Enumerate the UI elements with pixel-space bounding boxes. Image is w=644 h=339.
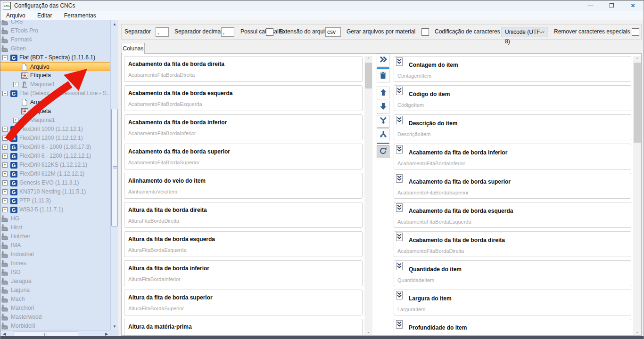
menu-arquivo[interactable]: Arquivo xyxy=(6,11,25,20)
tree-item-marchiori[interactable]: Marchiori xyxy=(0,304,110,313)
tree-item-flat-bdt-spectra-1-11-6-1[interactable]: −GFlat (BDT - Spectra) (1.11.6.1) xyxy=(0,53,110,62)
move-down-button[interactable] xyxy=(377,101,389,113)
remove-special-checkbox[interactable] xyxy=(632,28,639,36)
scroll-up-chevron-icon[interactable]: ⌃ xyxy=(633,56,641,63)
menu-ferramentas[interactable]: Ferramentas xyxy=(64,11,96,20)
available-column-alinhamento-do-veio-do-item[interactable]: Alinhamento do veio do itemAlinhamentoVe… xyxy=(124,173,363,199)
tree-item-arquivo[interactable]: Arquivo xyxy=(0,98,110,107)
expand-plus-icon[interactable]: + xyxy=(2,127,8,132)
tree-item-genesis-evo-1-11-3-1[interactable]: +GGenesis EVO (1.11.3.1) xyxy=(0,178,110,187)
selected-column-largura-do-item[interactable]: Largura do itemLarguraItem xyxy=(394,290,631,315)
tree-item-laguna[interactable]: Laguna xyxy=(0,286,110,295)
tree-item-wibj-5-1-11-7-1[interactable]: +GWIBJ-5 (1.11.7.1) xyxy=(0,205,110,214)
files-per-material-checkbox[interactable] xyxy=(421,28,429,36)
scroll-up-arrow-icon[interactable]: ▲ xyxy=(111,20,118,28)
merge-button[interactable] xyxy=(377,115,389,128)
tree-item-jaragua[interactable]: Jaragua xyxy=(0,277,110,286)
tree-item-crs[interactable]: CRS xyxy=(0,20,110,26)
available-column-acabamento-da-fita-de-borda-direita[interactable]: Acabamento da fita de borda direitaAcaba… xyxy=(124,56,363,82)
split-button[interactable] xyxy=(377,129,389,141)
selected-column-acabamento-da-fita-de-borda-inferior[interactable]: Acabamento da fita de borda inferiorAcab… xyxy=(394,144,631,170)
tree-item-flexdrill-612ks-1-12-12-1[interactable]: +GFlexDrill 612KS (1.12.12.1) xyxy=(0,161,110,170)
selected-column-contagem-do-item[interactable]: Contagem do itemContagemItem xyxy=(394,56,631,82)
expand-plus-icon[interactable]: + xyxy=(2,198,8,203)
encoding-dropdown[interactable]: Unicode (UTF-8) ˅ xyxy=(502,27,547,37)
tree-item-etiqueta[interactable]: Etiqueta xyxy=(0,107,110,116)
available-column-altura-da-fita-de-borda-direita[interactable]: Altura da fita de borda direitaAlturaFit… xyxy=(124,202,363,228)
tab-colunas[interactable]: Colunas xyxy=(122,43,145,54)
scroll-down-chevron-icon[interactable]: ⌄ xyxy=(633,328,641,335)
tree-item-mach[interactable]: Mach xyxy=(0,295,110,304)
selected-scroll-thumb[interactable] xyxy=(634,63,641,143)
expand-plus-icon[interactable]: + xyxy=(13,82,18,87)
expand-plus-icon[interactable]: + xyxy=(2,189,8,194)
selected-column-descri-o-do-item[interactable]: Descrição do itemDescriçãoItem xyxy=(394,114,631,140)
move-up-button[interactable] xyxy=(377,87,389,99)
expand-plus-icon[interactable]: + xyxy=(13,118,18,123)
selected-column-quantidade-do-item[interactable]: Quantidade do itemQuantidadeItem xyxy=(394,260,631,286)
close-button[interactable]: ✕ xyxy=(622,0,644,11)
available-column-altura-da-fita-de-borda-inferior[interactable]: Altura da fita de borda inferiorAlturaFi… xyxy=(124,260,363,286)
tree-item-maquina1[interactable]: +Maquina1 xyxy=(0,80,110,89)
tree-item-holzher[interactable]: Holzher xyxy=(0,232,110,241)
sidebar-vscroll-thumb[interactable] xyxy=(111,109,118,226)
delete-button[interactable] xyxy=(377,70,389,82)
expand-plus-icon[interactable]: + xyxy=(2,207,8,212)
tree-item-maquina1[interactable]: +Maquina1 xyxy=(0,116,110,125)
selected-column-c-digo-do-item[interactable]: Código do itemCódigoItem xyxy=(394,85,631,111)
tree-item-kn3710-nesting-1-11-5-1[interactable]: +GKN3710 Nesting (1.11.5.1) xyxy=(0,187,110,196)
available-column-altura-da-mat-ria-prima[interactable]: Altura da matéria-prima xyxy=(124,319,363,336)
selected-column-acabamento-da-fita-de-borda-esquerda[interactable]: Acabamento da fita de borda esquerdaAcab… xyxy=(394,202,631,228)
scroll-up-chevron-icon[interactable]: ⌃ xyxy=(364,56,372,63)
available-column-altura-da-fita-de-borda-esquerda[interactable]: Altura da fita de borda esquerdaAlturaFi… xyxy=(124,231,363,257)
tree-item-flexdrill-1200-1-12-12-1[interactable]: +GFlexDrill 1200 (1.12.12.1) xyxy=(0,134,110,143)
tree-item-ima[interactable]: IMA xyxy=(0,241,110,250)
available-column-altura-da-fita-de-borda-superior[interactable]: Altura da fita de borda superiorAlturaFi… xyxy=(124,290,363,315)
has-header-checkbox[interactable] xyxy=(266,28,273,36)
available-list-scrollbar[interactable]: ⌃ ⌄ xyxy=(364,56,372,335)
expand-plus-icon[interactable]: + xyxy=(2,145,8,150)
tree-item-inmes[interactable]: Inmes xyxy=(0,259,110,268)
tree-item-flexdrill-612m-1-12-12-1[interactable]: +GFlexDrill 612M (1.12.12.1) xyxy=(0,170,110,178)
selected-list-scrollbar[interactable]: ⌃ ⌄ xyxy=(633,56,641,335)
expand-plus-icon[interactable]: + xyxy=(2,162,8,168)
collapse-minus-icon[interactable]: − xyxy=(2,91,8,96)
tree-item-format4[interactable]: Format4 xyxy=(0,35,110,44)
tree-item-industrial[interactable]: Industrial xyxy=(0,250,110,259)
available-scroll-thumb[interactable] xyxy=(365,63,372,89)
tree-item-flat-selexx-professional-line-s[interactable]: −GFlat (Selexx - Professional Line - S..… xyxy=(0,89,110,98)
expand-plus-icon[interactable]: + xyxy=(2,153,8,159)
scroll-down-chevron-icon[interactable]: ⌄ xyxy=(364,328,372,335)
refresh-button[interactable] xyxy=(377,145,389,158)
restore-button[interactable]: ❐ xyxy=(601,0,622,11)
menu-editar[interactable]: Editar xyxy=(37,11,52,20)
scroll-down-arrow-icon[interactable]: ▼ xyxy=(111,323,118,330)
tree-item-iso[interactable]: ISO xyxy=(0,268,110,277)
tree-item-hg[interactable]: HG xyxy=(0,214,110,223)
selected-column-profundidade-do-item[interactable]: Profundidade do item xyxy=(394,319,631,336)
tree-item-morbidelli[interactable]: Morbidelli xyxy=(0,322,110,330)
tree-item-masterwood[interactable]: Masterwood xyxy=(0,313,110,322)
tree-item-ptp-1-11-3[interactable]: +GPTP (1.11.3) xyxy=(0,196,110,205)
tree-item-etiqueta[interactable]: Etiqueta xyxy=(0,71,110,80)
sidebar-vertical-scrollbar[interactable]: ▲ ▼ xyxy=(110,20,118,330)
file-extension-input[interactable] xyxy=(325,27,341,37)
tree-item-etools-pro[interactable]: ETools Pro xyxy=(0,26,110,35)
tree-item-arquivo[interactable]: Arquivo xyxy=(0,62,110,71)
tree-item-giben[interactable]: Giben xyxy=(0,44,110,53)
tree-item-flexdrill-1000-1-12-12-1[interactable]: +GFlexDrill 1000 (1.12.12.1) xyxy=(0,125,110,134)
separator-input[interactable] xyxy=(156,27,169,37)
expand-plus-icon[interactable]: + xyxy=(2,136,8,141)
selected-column-acabamento-da-fita-de-borda-direita[interactable]: Acabamento da fita de borda direitaAcaba… xyxy=(394,231,631,257)
expand-plus-icon[interactable]: + xyxy=(2,180,8,186)
decimal-separator-input[interactable] xyxy=(221,27,234,37)
selected-column-acabamento-da-fita-de-borda-superior[interactable]: Acabamento da fita de borda superiorAcab… xyxy=(394,173,631,199)
collapse-minus-icon[interactable]: − xyxy=(2,55,8,60)
tree-item-flexdrill-6-1200-1-12-12-1[interactable]: +GFlexDrill 6 - 1200 (1.12.12.1) xyxy=(0,152,110,161)
available-column-acabamento-da-fita-de-borda-superior[interactable]: Acabamento da fita de borda superiorAcab… xyxy=(124,144,363,170)
available-column-acabamento-da-fita-de-borda-inferior[interactable]: Acabamento da fita de borda inferiorAcab… xyxy=(124,114,363,140)
add-all-button[interactable] xyxy=(377,54,389,66)
minimize-button[interactable]: — xyxy=(580,0,601,11)
available-column-acabamento-da-fita-de-borda-esquerda[interactable]: Acabamento da fita de borda esquerdaAcab… xyxy=(124,85,363,111)
tree-item-flexdrill-6-1000-1-60-17-3[interactable]: +GFlexDrill 6 - 1000 (1.60.17.3) xyxy=(0,143,110,152)
